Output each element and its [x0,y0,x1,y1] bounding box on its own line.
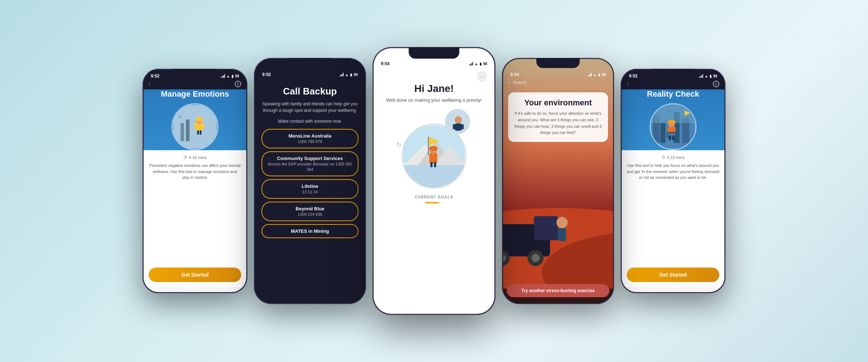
nav-bar-5: ‹ i [622,80,724,89]
phone5-bottom: ⏱ 5-10 mins Use this tool to help you fo… [622,150,724,287]
stress-busting-btn[interactable]: Try another stress-busting exercise [507,284,609,297]
call-backup-screen: Call Backup Speaking with family and fri… [255,82,365,303]
search-label-4[interactable]: Search [513,80,527,85]
time-4: 9:54 [510,72,519,77]
refresh-icon[interactable]: ↻ [396,141,402,149]
clock-icon-1: ⏱ [183,155,187,160]
stress-btn-wrapper: Try another stress-busting exercise [507,284,609,297]
lifeline-name: Lifeline [267,184,353,189]
battery-pct-3: 98 [483,62,487,66]
worker-illustration-5 [650,103,697,150]
signal-icon-3 [469,62,473,66]
svg-rect-19 [429,153,437,163]
mensline-number: 1300 789 978 [298,139,322,144]
battery-icon-3: ▮ [480,62,482,66]
svg-rect-29 [455,123,461,131]
svg-rect-55 [669,135,671,140]
svg-rect-22 [429,148,438,150]
back-icon-1[interactable]: ‹ [149,81,150,87]
svg-rect-2 [186,119,190,141]
call-backup-desc2: Make contact with someone now. [278,118,342,125]
contact-btn-community[interactable]: Community Support Services Access the EA… [261,151,358,176]
small-circle-svg [446,110,470,134]
phone1-bottom: ⏱ 5-10 mins Persistent negative emotions… [144,150,246,287]
options-button-3[interactable]: ··· [477,71,487,81]
svg-point-28 [455,116,462,123]
wifi-icon-3: ▲ [475,62,478,66]
svg-rect-25 [430,162,433,167]
scroll-indicator [425,202,439,203]
manage-emotions-desc: Persistent negative emotions can affect … [149,163,241,181]
community-number: Access the EAP provider Benestar on 1300… [268,162,352,172]
svg-rect-30 [453,124,455,129]
svg-rect-23 [428,137,429,155]
time-1: 9:52 [151,73,159,79]
nav-bar-4: ‹ Search [503,79,613,87]
greeting-subtitle: Well done on making your wellbeing a pri… [386,97,482,104]
svg-rect-52 [668,122,676,123]
back-icon-4[interactable]: ‹ [508,79,510,86]
svg-rect-42 [558,228,566,241]
mensline-name: MensLine Australia [267,133,353,139]
svg-rect-31 [461,124,464,129]
scene-svg [403,126,465,188]
nav-bar-2 [255,79,365,82]
manage-emotions-title: Manage Emotions [161,89,229,99]
svg-rect-3 [179,116,182,118]
time-badge-1: ⏱ 5-10 mins [183,155,206,160]
contact-btn-lifeline[interactable]: Lifeline 13 11 14 [261,179,358,199]
battery-pct-5: 99 [713,74,717,78]
call-backup-title: Call Backup [283,86,337,97]
time-badge-5: ⏱ 5-10 mins [661,155,684,160]
desert-svg [503,142,613,289]
svg-rect-10 [200,130,201,135]
greeting-title: Hi Jane! [414,83,454,94]
environment-title: Your environment [514,98,602,108]
phone3-illustration: ↻ [398,109,470,189]
worker-illustration-1 [171,103,218,150]
desert-scene-wrapper: Try another stress-busting exercise [503,142,613,303]
phone-reality-check: 9:52 ▲ ▮ 99 ‹ i Reality Check [621,69,726,293]
battery-icon-5: ▮ [710,74,712,78]
battery-pct-2: 99 [354,73,358,77]
environment-desc: If it's safe to do so, focus your attent… [514,110,602,136]
svg-rect-9 [197,130,199,135]
lifeline-number: 13 11 14 [302,190,318,194]
get-started-btn-1[interactable]: Get Started [149,268,241,282]
contact-btn-mates[interactable]: MATES in Mining [261,224,358,238]
notch-1 [173,69,217,79]
manage-emotions-screen: Manage Emotions [144,89,246,292]
phone-call-backup: 9:52 ▲ ▮ 99 Call Backup Speaking with fa… [254,58,366,304]
time-3: 9:54 [381,61,390,66]
get-started-btn-5[interactable]: Get Started [627,268,719,282]
svg-rect-18 [403,165,465,188]
phone-hi-jane: 9:54 ▲ ▮ 98 ··· Hi Jane! Well done on ma… [373,47,495,315]
svg-rect-8 [201,124,204,129]
reality-check-screen: Reality Check [622,89,724,292]
signal-icon-4 [588,73,592,76]
info-icon-1[interactable]: i [235,81,241,87]
notch-2 [288,58,332,68]
notch-5 [651,69,695,79]
call-backup-desc1: Speaking with family and friends can hel… [261,101,358,114]
contact-btn-mensline[interactable]: MensLine Australia 1300 789 978 [261,129,358,148]
battery-icon-2: ▮ [350,73,352,77]
svg-rect-26 [434,162,436,167]
phone-manage-emotions: 9:52 ▲ ▮ 99 ‹ i Manage Emotions [142,69,247,293]
time-2: 9:52 [262,72,271,77]
back-icon-5[interactable]: ‹ [627,81,629,87]
small-circle-illustration [445,109,470,134]
contact-btn-beyond-blue[interactable]: Beyond Blue 1300 224 636 [261,202,358,221]
status-icons-1: ▲ ▮ 99 [221,74,239,78]
battery-icon-4: ▮ [598,73,600,77]
time-label-5: 5-10 mins [667,155,684,160]
wifi-icon-5: ▲ [705,74,708,78]
info-icon-5[interactable]: i [713,81,719,87]
environment-card: Your environment If it's safe to do so, … [508,92,608,142]
community-name: Community Support Services [267,156,353,161]
svg-rect-12 [195,119,203,120]
svg-rect-56 [672,135,675,140]
phone-your-environment: 9:54 ▲ ▮ 99 ‹ Search Your environment If… [502,58,614,304]
time-label-1: 5-10 mins [189,155,206,160]
signal-icon-1 [221,74,225,78]
